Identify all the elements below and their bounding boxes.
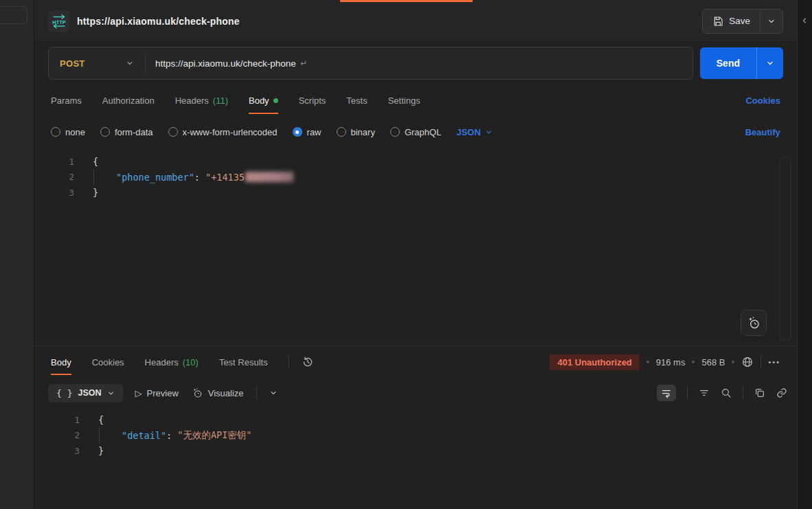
left-sidebar <box>0 0 34 509</box>
search-icon[interactable] <box>721 387 732 398</box>
headers-count-badge: (11) <box>213 95 228 106</box>
json-value-phone: "+14135 <box>205 172 245 183</box>
braces-icon: { } <box>56 388 72 398</box>
tab-params[interactable]: Params <box>51 84 82 117</box>
play-icon: ▷ <box>135 388 142 398</box>
response-headers-count-badge: (10) <box>183 357 199 367</box>
method-label: POST <box>60 58 85 69</box>
network-globe-icon[interactable] <box>741 356 754 368</box>
request-url-row: POST https://api.xiaomu.uk/check-phone ↵… <box>34 43 797 84</box>
send-options-caret[interactable] <box>756 47 783 79</box>
request-body-editor[interactable]: 1 { 2 "phone_number": "+14135 3 } <box>34 147 797 346</box>
indent-guide <box>99 427 100 443</box>
tab-authorization[interactable]: Authorization <box>102 84 155 117</box>
wrap-text-button[interactable] <box>657 385 676 401</box>
app-window: HTTP https://api.xiaomu.uk/check-phone <box>0 0 812 509</box>
http-request-icon: HTTP <box>48 10 70 32</box>
divider <box>687 386 688 400</box>
redacted-phone-blur <box>245 172 293 182</box>
url-bar: POST https://api.xiaomu.uk/check-phone ↵ <box>48 47 693 80</box>
line-number: 1 <box>34 157 74 167</box>
send-button[interactable]: Send <box>700 47 756 79</box>
editor-scrollbar[interactable] <box>779 157 791 341</box>
code-line: 3 } <box>34 443 797 459</box>
right-rail <box>797 0 812 509</box>
radio-icon <box>168 127 178 137</box>
response-history-button[interactable] <box>302 356 314 368</box>
tab-body[interactable]: Body <box>249 84 278 117</box>
preview-button[interactable]: ▷ Preview <box>135 388 179 398</box>
code-line: 3 } <box>34 185 797 201</box>
tab-settings[interactable]: Settings <box>388 84 420 117</box>
status-badge[interactable]: 401 Unauthorized <box>550 354 639 370</box>
response-toolbar: { } JSON ▷ Preview <box>34 378 797 408</box>
link-icon[interactable] <box>776 387 787 398</box>
response-tab-body[interactable]: Body <box>51 346 71 378</box>
visualize-button[interactable]: Visualize <box>191 387 244 399</box>
response-tab-test-results[interactable]: Test Results <box>219 346 268 378</box>
json-value-detail: "无效的API密钥" <box>177 429 251 442</box>
tab-tests[interactable]: Tests <box>346 84 367 117</box>
mode-graphql[interactable]: GraphQL <box>390 127 441 137</box>
send-split-button: Send <box>700 47 783 79</box>
line-number: 1 <box>34 415 80 425</box>
json-key: "phone_number" <box>116 172 194 183</box>
save-options-caret[interactable] <box>760 10 782 33</box>
response-time[interactable]: 916 ms <box>656 357 686 367</box>
response-tab-headers[interactable]: Headers (10) <box>145 346 199 378</box>
mode-form-data[interactable]: form-data <box>100 127 153 137</box>
response-tab-cookies[interactable]: Cookies <box>92 346 124 378</box>
mode-x-www-form-urlencoded[interactable]: x-www-form-urlencoded <box>168 127 278 137</box>
response-size[interactable]: 568 B <box>701 357 725 367</box>
line-number: 2 <box>34 430 80 440</box>
response-body-editor[interactable]: 1 { 2 "detail": "无效的API密钥" 3 } <box>34 408 797 509</box>
indent-guide <box>93 169 94 185</box>
dot-separator <box>692 361 695 363</box>
send-button-label: Send <box>717 58 740 69</box>
save-button-label: Save <box>729 16 750 26</box>
main-panel: HTTP https://api.xiaomu.uk/check-phone <box>34 0 797 509</box>
dot-separator <box>732 361 734 363</box>
more-options-button[interactable]: ••• <box>768 358 780 366</box>
divider <box>289 355 289 369</box>
divider <box>256 386 257 400</box>
code-line: 1 { <box>34 154 797 170</box>
copy-icon[interactable] <box>754 387 765 398</box>
radio-icon <box>100 127 110 137</box>
mode-raw[interactable]: raw <box>293 127 322 137</box>
mode-none[interactable]: none <box>51 127 85 137</box>
response-view-caret[interactable] <box>269 389 278 397</box>
postbot-ai-button[interactable] <box>741 310 767 336</box>
sidebar-collapsed-item[interactable] <box>0 6 27 24</box>
active-tab-accent-bar <box>340 0 473 2</box>
tab-scripts[interactable]: Scripts <box>299 84 326 117</box>
cookies-link[interactable]: Cookies <box>745 95 780 106</box>
method-selector[interactable]: POST <box>49 58 145 69</box>
url-input[interactable]: https://api.xiaomu.uk/check-phone ↵ <box>146 58 692 69</box>
request-header-bar: HTTP https://api.xiaomu.uk/check-phone <box>34 0 797 43</box>
radio-icon <box>337 127 346 137</box>
line-number: 3 <box>34 188 74 198</box>
response-format-selector[interactable]: { } JSON <box>48 384 123 403</box>
body-mode-row: none form-data x-www-form-urlencoded raw… <box>34 117 797 147</box>
code-line: 2 "phone_number": "+14135 <box>34 170 797 185</box>
enter-hint-icon: ↵ <box>300 58 307 68</box>
mode-binary[interactable]: binary <box>337 127 375 137</box>
divider <box>743 386 743 400</box>
save-split-button: Save <box>702 9 783 34</box>
chevron-down-icon <box>767 17 776 25</box>
radio-selected-icon <box>293 127 302 137</box>
beautify-link[interactable]: Beautify <box>745 127 780 137</box>
collapse-panel-icon[interactable] <box>800 16 809 25</box>
response-status-group: 401 Unauthorized 916 ms 568 B ••• <box>550 354 780 370</box>
filter-icon[interactable] <box>699 387 710 398</box>
response-editor-actions <box>657 385 787 401</box>
radio-icon <box>390 127 400 137</box>
chevron-down-icon <box>485 128 493 136</box>
divider <box>760 355 761 369</box>
tab-headers[interactable]: Headers (11) <box>175 84 228 117</box>
sparkle-ball-icon <box>191 387 203 399</box>
chevron-down-icon <box>766 59 774 67</box>
save-button[interactable]: Save <box>703 10 760 33</box>
raw-language-selector[interactable]: JSON <box>456 127 492 137</box>
